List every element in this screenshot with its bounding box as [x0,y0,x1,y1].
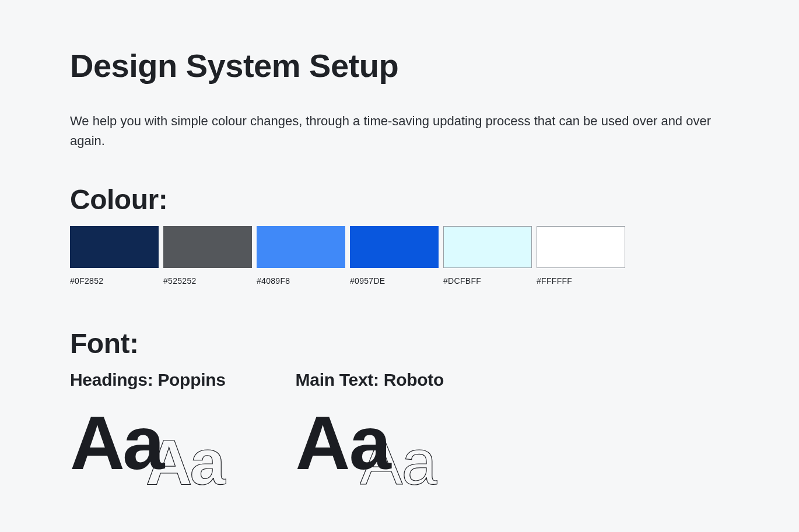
font-heading: Font: [70,327,729,360]
intro-text: We help you with simple colour changes, … [70,111,712,151]
font-row: Headings: Poppins Aa Aa Main Text: Robot… [70,370,729,498]
font-label-maintext-prefix: Main Text: [296,370,379,389]
colour-swatch-box [70,226,159,268]
colour-swatch-label: #0957DE [350,276,439,286]
colour-swatch-label: #FFFFFF [537,276,625,286]
colour-swatch-row: #0F2852#525252#4089F8#0957DE#DCFBFF#FFFF… [70,226,729,286]
font-label-headings-prefix: Headings: [70,370,153,389]
colour-swatch-box [350,226,439,268]
font-sample-solid-headings: Aa [70,405,226,481]
colour-swatch: #DCFBFF [443,226,532,286]
colour-swatch: #525252 [163,226,252,286]
font-block-headings: Headings: Poppins Aa Aa [70,370,226,498]
page-title: Design System Setup [70,47,729,84]
colour-heading: Colour: [70,184,729,216]
font-label-maintext: Main Text: Roboto [296,370,444,390]
colour-swatch-box [163,226,252,268]
colour-swatch-label: #0F2852 [70,276,159,286]
colour-swatch: #4089F8 [257,226,345,286]
font-sample-maintext: Aa Aa [296,405,444,498]
colour-swatch-label: #4089F8 [257,276,345,286]
colour-swatch-box [257,226,345,268]
colour-swatch-box [443,226,532,268]
font-block-maintext: Main Text: Roboto Aa Aa [296,370,444,498]
colour-swatch-label: #DCFBFF [443,276,532,286]
font-sample-headings: Aa Aa [70,405,226,498]
colour-swatch: #0F2852 [70,226,159,286]
font-name-headings: Poppins [157,370,225,389]
colour-swatch-box [537,226,625,268]
colour-swatch-label: #525252 [163,276,252,286]
colour-swatch: #FFFFFF [537,226,625,286]
font-sample-solid-maintext: Aa [296,405,444,481]
font-label-headings: Headings: Poppins [70,370,226,390]
colour-swatch: #0957DE [350,226,439,286]
font-name-maintext: Roboto [384,370,444,389]
